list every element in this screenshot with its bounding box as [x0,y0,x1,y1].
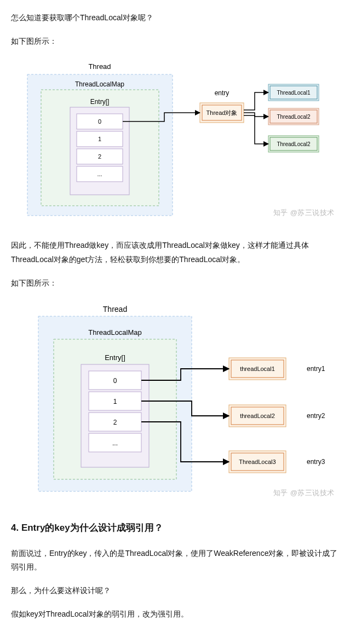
svg-text:ThreadLocal2: ThreadLocal2 [277,141,311,147]
entry-array-label: Entry[] [105,353,125,362]
threadlocal-1: threadLocal1 [229,358,286,380]
paragraph: 如下图所示： [11,276,339,290]
diagram-1: Thread ThreadLocalMap Entry[] 0 1 2 ... … [11,58,339,222]
threadlocal-2: threadLocal2 [229,405,286,427]
paragraph: 假如key对ThreadLocal对象的弱引用，改为强引用。 [11,607,339,621]
map-label: ThreadLocalMap [75,80,124,88]
svg-text:...: ... [97,171,102,177]
svg-text:0: 0 [98,118,101,125]
entry-box-label: Thread对象 [206,109,238,116]
paragraph: 如下图所示： [11,34,339,48]
paragraph: 怎么知道要获取哪个ThreadLocal对象呢？ [11,11,339,25]
paragraph: 因此，不能使用Thread做key，而应该改成用ThreadLocal对象做ke… [11,239,339,266]
svg-text:ThreadLocal1: ThreadLocal1 [277,90,311,96]
svg-text:2: 2 [98,153,101,160]
svg-text:0: 0 [113,377,117,385]
watermark: 知乎 @苏三说技术 [273,486,335,499]
svg-text:threadLocal1: threadLocal1 [240,365,275,372]
paragraph: 前面说过，Entry的key，传入的是ThreadLocal对象，使用了Weak… [11,547,339,574]
diagram-image: Thread ThreadLocalMap Entry[] 0 1 2 ... … [11,300,334,502]
svg-text:2: 2 [113,419,117,426]
entry-array-label: Entry[] [90,98,110,106]
entry-label-2: entry2 [307,412,325,420]
svg-text:threadLocal2: threadLocal2 [240,413,275,419]
entry-label-3: entry3 [307,458,325,466]
diagram-image: Thread ThreadLocalMap Entry[] 0 1 2 ... … [11,58,323,222]
threadlocal-1: ThreadLocal1 [268,84,319,101]
diagram-2: Thread ThreadLocalMap Entry[] 0 1 2 ... … [11,300,339,502]
svg-text:1: 1 [98,136,101,142]
svg-text:ThreadLocal3: ThreadLocal3 [239,459,276,465]
svg-text:1: 1 [113,398,117,405]
svg-text:ThreadLocal2: ThreadLocal2 [277,114,311,120]
entry-label-1: entry1 [307,365,325,373]
threadlocal-2: ThreadLocal2 [268,108,319,125]
paragraph: 那么，为什么要这样设计呢？ [11,584,339,597]
thread-label: Thread [88,62,111,71]
map-label: ThreadLocalMap [88,328,142,336]
heading-4: 4. Entry的key为什么设计成弱引用？ [11,520,339,537]
watermark: 知乎 @苏三说技术 [273,206,335,219]
threadlocal-3: ThreadLocal3 [229,451,286,473]
svg-text:...: ... [112,439,118,447]
entry-label: entry [215,89,229,97]
threadlocal-3: ThreadLocal2 [268,136,319,152]
thread-label: Thread [103,305,127,314]
